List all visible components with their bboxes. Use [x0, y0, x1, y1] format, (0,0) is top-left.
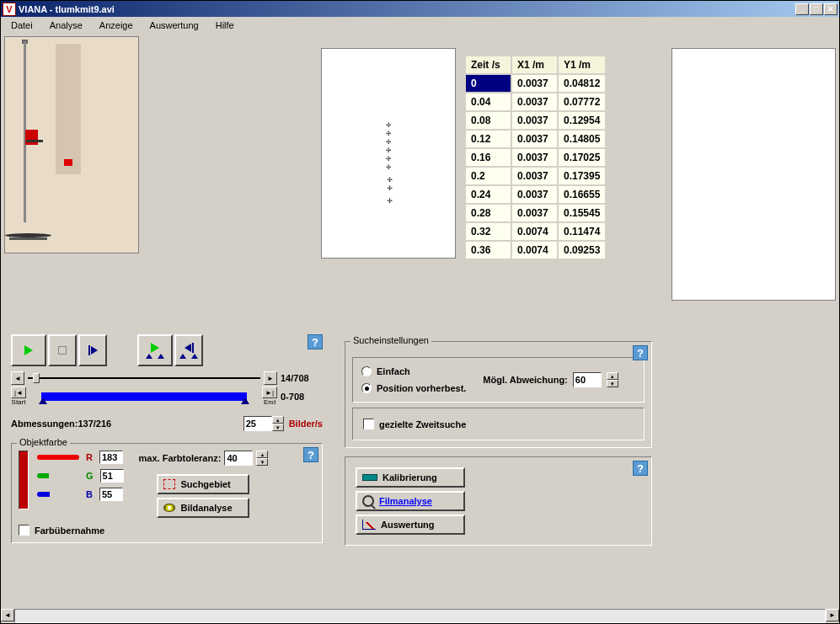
r-value: 183: [99, 451, 123, 464]
r-label: R: [86, 452, 93, 462]
abweichung-input[interactable]: [573, 372, 602, 387]
abweichung-down-button[interactable]: ▼: [607, 380, 618, 387]
toleranz-up-button[interactable]: ▲: [256, 451, 268, 458]
step-back-icon: [185, 343, 194, 353]
table-row[interactable]: 0.120.00370.14805: [465, 130, 606, 148]
menubar: Datei Analyse Anzeige Auswertung Hilfe: [1, 17, 839, 33]
help-button-actions[interactable]: ?: [633, 461, 648, 476]
scroll-right-button[interactable]: ►: [826, 609, 839, 621]
help-button-sucheinstellungen[interactable]: ?: [633, 345, 648, 360]
table-row[interactable]: 00.00370.04812: [465, 74, 606, 93]
table-row[interactable]: 0.360.00740.09253: [465, 241, 606, 259]
farbubernahme-label: Farbübernahme: [35, 525, 104, 536]
abweichung-label: Mögl. Abweichung:: [483, 375, 567, 385]
kalibrierung-button[interactable]: Kalibrierung: [356, 467, 465, 488]
table-row[interactable]: 0.160.00370.17025: [465, 148, 606, 167]
abweichung-up-button[interactable]: ▲: [607, 372, 618, 380]
fps-down-button[interactable]: ▼: [272, 424, 284, 431]
auswertung-button[interactable]: Auswertung: [356, 515, 465, 535]
eye-icon: [163, 504, 175, 512]
table-row[interactable]: 0.20.00370.17395: [465, 167, 606, 185]
b-label: B: [86, 489, 93, 499]
step-forward-icon: [88, 345, 98, 355]
range-start-button[interactable]: |◄: [11, 387, 26, 398]
toleranz-down-button[interactable]: ▼: [256, 458, 268, 466]
range-slider[interactable]: [41, 392, 247, 401]
objektfarbe-legend: Objektfarbe: [17, 437, 70, 447]
bildanalyse-button[interactable]: Bildanalyse: [157, 498, 249, 518]
fps-up-button[interactable]: ▲: [272, 416, 284, 424]
g-value: 51: [100, 469, 124, 483]
window-title: VIANA - tlumkmit9.avi: [19, 4, 795, 14]
radio-icon: [361, 383, 372, 393]
b-slider[interactable]: [37, 492, 79, 497]
max-toleranz-input[interactable]: [224, 451, 253, 466]
stop-button[interactable]: [48, 334, 77, 366]
menu-auswertung[interactable]: Auswertung: [143, 19, 206, 32]
dimensions-label: Abmessungen:137/216: [11, 419, 111, 429]
fps-input[interactable]: [243, 416, 272, 431]
farbubernahme-checkbox[interactable]: [19, 525, 29, 536]
range-end-button[interactable]: ►|: [262, 387, 277, 398]
g-label: G: [86, 471, 94, 481]
menu-analyse[interactable]: Analyse: [43, 19, 89, 32]
step-back-range-button[interactable]: [174, 334, 203, 366]
radio-einfach[interactable]: Einfach: [361, 366, 466, 376]
start-label: Start: [12, 398, 26, 406]
radio-icon: [361, 366, 372, 376]
r-slider[interactable]: [37, 455, 79, 460]
maximize-button[interactable]: □: [810, 3, 823, 15]
radio-position-vorherbest[interactable]: Position vorherbest.: [361, 383, 466, 393]
range-label: 0-708: [281, 392, 323, 402]
video-preview: [4, 36, 139, 253]
frame-slider[interactable]: [28, 373, 260, 383]
dotted-rect-icon: [163, 479, 175, 489]
range-end-marker[interactable]: [241, 397, 249, 404]
play-icon: [24, 345, 33, 355]
minimize-button[interactable]: _: [795, 3, 809, 15]
help-button-playback[interactable]: ?: [308, 334, 323, 349]
fps-unit-label: Bilder/s: [289, 419, 323, 429]
frame-label: 14/708: [281, 373, 323, 383]
scroll-left-button[interactable]: ◄: [1, 609, 14, 621]
table-row[interactable]: 0.320.00740.11474: [465, 222, 606, 241]
col-y1[interactable]: Y1 /m: [558, 56, 606, 74]
table-row[interactable]: 0.280.00370.15545: [465, 204, 606, 222]
filmanalyse-button[interactable]: Filmanalyse: [356, 491, 465, 511]
zweitsuche-label: gezielte Zweitsuche: [379, 419, 466, 429]
col-x1[interactable]: X1 /m: [511, 56, 558, 74]
data-table[interactable]: Zeit /s X1 /m Y1 /m 00.00370.048120.040.…: [464, 55, 607, 260]
end-label: End: [264, 398, 276, 406]
magnifier-icon: [362, 495, 374, 507]
g-slider[interactable]: [37, 473, 79, 478]
chart-panel: [671, 48, 836, 301]
suchgebiet-button[interactable]: Suchgebiet: [157, 474, 249, 494]
frame-next-button[interactable]: ►: [264, 371, 277, 385]
menu-hilfe[interactable]: Hilfe: [209, 19, 241, 32]
app-icon: V: [3, 3, 16, 16]
step-forward-button[interactable]: [78, 334, 107, 366]
range-start-marker[interactable]: [39, 397, 47, 404]
menu-datei[interactable]: Datei: [4, 19, 40, 32]
table-row[interactable]: 0.240.00370.16655: [465, 185, 606, 204]
horizontal-scrollbar[interactable]: ◄ ►: [1, 609, 839, 623]
play-range-button[interactable]: [137, 334, 173, 366]
menu-anzeige[interactable]: Anzeige: [93, 19, 140, 32]
close-button[interactable]: ✕: [824, 3, 837, 15]
titlebar: V VIANA - tlumkmit9.avi _ □ ✕: [1, 1, 839, 17]
analysis-view: ✢ ✢ ✢ ✢ ✢ ✢ ✢ ✢ ✢: [321, 48, 456, 259]
col-zeit[interactable]: Zeit /s: [465, 56, 511, 74]
frame-prev-button[interactable]: ◄: [11, 371, 24, 385]
play-icon: [151, 343, 159, 353]
table-row[interactable]: 0.080.00370.12954: [465, 111, 606, 130]
help-button-objektfarbe[interactable]: ?: [303, 447, 318, 462]
max-toleranz-label: max. Farbtoleranz:: [139, 453, 222, 463]
zweitsuche-checkbox[interactable]: [363, 419, 374, 429]
color-preview: [19, 451, 29, 509]
b-value: 55: [99, 488, 123, 501]
table-row[interactable]: 0.040.00370.07772: [465, 93, 606, 111]
chart-icon: [362, 520, 376, 530]
ruler-icon: [362, 474, 377, 481]
play-button[interactable]: [11, 334, 46, 366]
stop-icon: [58, 346, 67, 355]
